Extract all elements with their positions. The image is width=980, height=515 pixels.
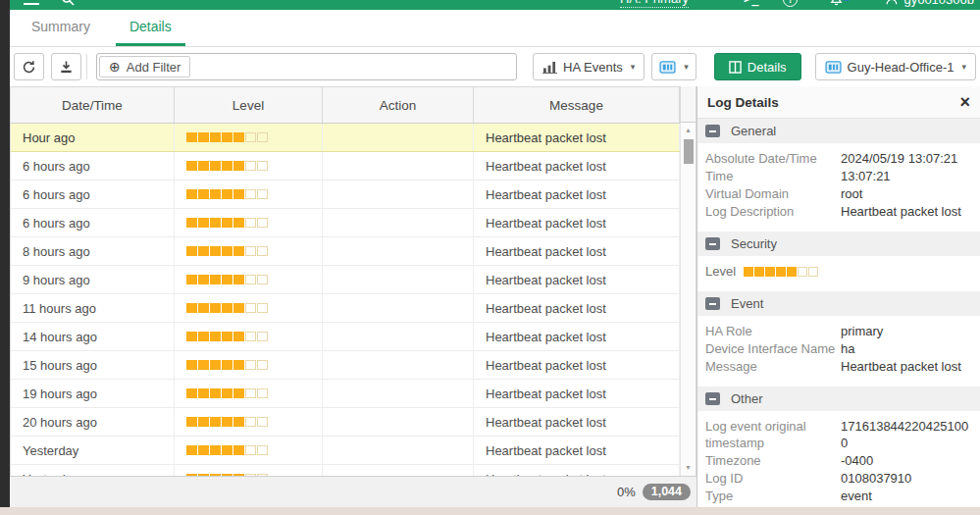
message-cell: Heartbeat packet lost [474, 266, 680, 293]
menu-icon[interactable] [24, 0, 39, 5]
detail-field: Typeevent [705, 488, 972, 504]
notifications-bell-icon[interactable]: 1 [829, 0, 844, 7]
level-bar-segment [222, 360, 232, 370]
level-bar-segment [245, 246, 256, 256]
table-row[interactable]: 9 hours agoHeartbeat packet lost [11, 266, 680, 294]
level-bar-segment [257, 161, 268, 171]
table-row[interactable]: YesterdayHeartbeat packet lost [11, 437, 680, 465]
message-cell: Heartbeat packet lost [474, 380, 680, 407]
datetime-cell: Yesterday [11, 437, 175, 464]
datetime-cell: Hour ago [11, 124, 175, 151]
collapse-icon[interactable] [705, 392, 720, 405]
cli-console-icon[interactable]: >_ [744, 0, 759, 6]
level-bar-segment [210, 303, 221, 313]
level-cell [175, 437, 323, 464]
column-header-message[interactable]: Message [474, 87, 680, 123]
column-header-datetime[interactable]: Date/Time [11, 87, 175, 123]
table-row[interactable]: YesterdayHeartbeat packet lost [11, 465, 680, 476]
help-icon[interactable]: ? [783, 0, 798, 7]
section-header-security[interactable]: Security [697, 232, 980, 256]
details-view-button[interactable]: Details [714, 53, 801, 80]
table-row[interactable]: Hour agoHeartbeat packet lost [11, 124, 680, 152]
table-row[interactable]: 8 hours agoHeartbeat packet lost [11, 237, 680, 266]
device-selector-dropdown[interactable]: Guy-Head-Office-1 ▾ [815, 53, 976, 80]
field-label: Level [705, 263, 736, 280]
ha-status-indicator[interactable]: HA: Primary [620, 0, 689, 8]
refresh-button[interactable] [14, 53, 44, 80]
scrollbar-thumb[interactable] [684, 139, 694, 164]
level-bar-segment [222, 388, 232, 398]
view-device-dropdown[interactable]: ▾ [651, 53, 696, 80]
section-header-general[interactable]: General [697, 119, 980, 143]
scroll-down-icon[interactable]: ▼ [685, 463, 692, 473]
table-row[interactable]: 6 hours agoHeartbeat packet lost [11, 180, 680, 209]
user-menu[interactable]: gy6010306b [885, 0, 974, 7]
tab-summary[interactable]: Summary [18, 10, 104, 46]
level-bar-segment [776, 267, 786, 277]
tab-details[interactable]: Details [116, 10, 185, 46]
column-header-action[interactable]: Action [323, 87, 474, 123]
detail-field: Virtual Domainroot [705, 185, 972, 202]
level-bars [186, 132, 269, 142]
level-bar-segment [186, 417, 197, 427]
section-header-event[interactable]: Event [697, 291, 980, 316]
level-bar-segment [257, 388, 268, 398]
refresh-icon [22, 60, 36, 75]
level-bar-segment [186, 246, 197, 256]
field-value: ha [841, 340, 972, 357]
caret-down-icon: ▾ [631, 62, 636, 72]
collapse-icon[interactable] [705, 125, 720, 137]
ha-events-dropdown[interactable]: HA Events ▾ [533, 53, 645, 80]
datetime-cell: 20 hours ago [11, 408, 175, 436]
level-bar-segment [245, 132, 256, 142]
table-row[interactable]: 15 hours agoHeartbeat packet lost [11, 351, 680, 380]
field-label: Absolute Date/Time [705, 150, 841, 167]
field-value: 2024/05/19 13:07:21 [841, 150, 972, 167]
table-row[interactable]: 14 hours agoHeartbeat packet lost [11, 323, 680, 351]
field-label: Log ID [705, 470, 841, 487]
level-bar-segment [245, 303, 256, 313]
download-button[interactable] [51, 53, 81, 80]
level-bar-segment [257, 189, 268, 199]
table-body: Hour agoHeartbeat packet lost6 hours ago… [11, 124, 680, 476]
detail-field: HA Roleprimary [705, 323, 972, 339]
level-bar-segment [186, 445, 197, 455]
caret-down-icon: ▾ [684, 62, 689, 72]
datetime-cell: 14 hours ago [11, 323, 175, 350]
message-cell: Heartbeat packet lost [474, 237, 680, 265]
level-bar-segment [210, 332, 221, 341]
level-cell [175, 294, 323, 322]
table-row[interactable]: 19 hours agoHeartbeat packet lost [11, 380, 680, 408]
level-cell [175, 351, 323, 379]
close-icon[interactable]: × [959, 93, 970, 111]
detail-field: Device Interface Nameha [705, 340, 972, 357]
level-bar-segment [198, 189, 209, 199]
collapse-icon[interactable] [705, 237, 720, 250]
level-bar-segment [198, 417, 209, 427]
filter-input[interactable]: ⊕ Add Filter [96, 53, 517, 80]
scroll-up-icon[interactable]: ▲ [685, 126, 692, 135]
message-cell: Heartbeat packet lost [474, 437, 680, 464]
collapsed-sidebar[interactable] [0, 0, 10, 507]
add-filter-button[interactable]: ⊕ Add Filter [99, 56, 190, 77]
table-row[interactable]: 11 hours agoHeartbeat packet lost [11, 294, 680, 323]
search-icon[interactable] [61, 0, 75, 6]
datetime-cell: Yesterday [11, 465, 175, 476]
table-row[interactable]: 6 hours agoHeartbeat packet lost [11, 152, 680, 180]
level-cell [175, 180, 323, 208]
table-scrollbar[interactable]: ▲ ▼ [680, 86, 696, 476]
level-cell [175, 237, 323, 265]
table-row[interactable]: 6 hours agoHeartbeat packet lost [11, 209, 680, 237]
table-header-row: Date/Time Level Action Message [11, 87, 680, 124]
level-bar-segment [257, 275, 268, 284]
log-details-title: Log Details [707, 95, 779, 110]
column-header-level[interactable]: Level [175, 87, 323, 123]
user-icon [885, 0, 899, 6]
field-label: Log Description [705, 203, 841, 220]
level-bar-segment [186, 161, 197, 171]
section-header-other[interactable]: Other [697, 386, 980, 411]
collapse-icon[interactable] [705, 297, 720, 310]
level-bar-segment [210, 218, 221, 228]
table-row[interactable]: 20 hours agoHeartbeat packet lost [11, 408, 680, 437]
scrollbar-track[interactable]: ▲ ▼ [680, 123, 696, 476]
